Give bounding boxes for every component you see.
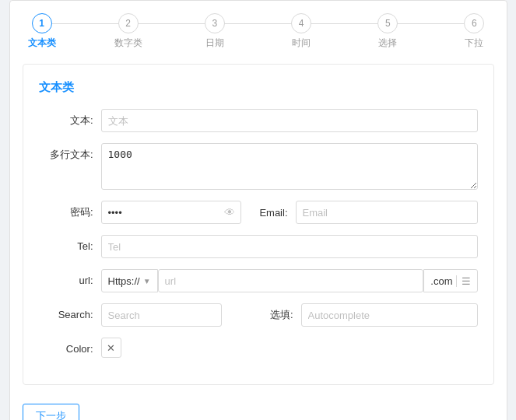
tel-input[interactable] xyxy=(101,235,478,258)
color-x-icon: ✕ xyxy=(107,342,115,354)
step-1[interactable]: 1 文本类 xyxy=(23,13,61,50)
multiline-field: 1000 xyxy=(101,143,478,190)
card-title: 文本类 xyxy=(39,80,478,95)
autocomplete-half: 选填: xyxy=(262,303,478,327)
url-input[interactable] xyxy=(158,269,424,292)
url-row: url: Https:// ▼ .com ☰ xyxy=(39,269,478,292)
color-field: ✕ xyxy=(101,338,478,358)
step-circle-1: 1 xyxy=(32,13,52,33)
step-label-2: 数字类 xyxy=(114,37,142,50)
search-autocomplete-row: Search: 选填: xyxy=(39,303,478,327)
step-4[interactable]: 4 时间 xyxy=(282,13,321,50)
color-row: Color: ✕ xyxy=(39,338,478,361)
step-circle-4: 4 xyxy=(291,13,311,33)
url-protocol-value: Https:// xyxy=(108,275,140,287)
email-input[interactable] xyxy=(296,201,478,224)
step-label-6: 下拉 xyxy=(465,37,483,50)
url-field: Https:// ▼ .com ☰ xyxy=(101,269,478,292)
search-autocomplete-group: Search: 选填: xyxy=(39,303,478,327)
search-label: Search: xyxy=(39,303,101,327)
stepper: 1 文本类 2 数字类 3 日期 4 时间 5 选择 6 下拉 xyxy=(23,13,494,50)
step-circle-3: 3 xyxy=(205,13,225,33)
multiline-input[interactable]: 1000 xyxy=(101,143,478,190)
url-suffix-text: .com xyxy=(430,275,452,287)
color-picker[interactable]: ✕ xyxy=(101,338,121,358)
step-circle-2: 2 xyxy=(118,13,139,33)
url-suffix: .com ☰ xyxy=(423,269,477,292)
password-wrapper: 👁 xyxy=(101,201,241,224)
url-label: url: xyxy=(39,269,101,292)
url-group: Https:// ▼ .com ☰ xyxy=(101,269,478,292)
main-container: 1 文本类 2 数字类 3 日期 4 时间 5 选择 6 下拉 文本类 文本: xyxy=(9,0,507,420)
text-field xyxy=(101,109,478,132)
email-group: Email: xyxy=(257,201,478,224)
password-input[interactable] xyxy=(101,201,241,224)
step-label-3: 日期 xyxy=(205,37,224,50)
step-2[interactable]: 2 数字类 xyxy=(109,13,148,50)
password-label: 密码: xyxy=(39,201,101,224)
color-label: Color: xyxy=(39,338,101,361)
password-field: 👁 Email: xyxy=(101,201,478,224)
password-email-row: 密码: 👁 Email: xyxy=(39,201,478,224)
tel-row: Tel: xyxy=(39,235,478,258)
text-input[interactable] xyxy=(101,109,478,132)
tel-label: Tel: xyxy=(39,235,101,258)
step-6[interactable]: 6 下拉 xyxy=(455,13,493,50)
autocomplete-input[interactable] xyxy=(301,303,478,327)
step-circle-6: 6 xyxy=(464,13,484,33)
autocomplete-label: 选填: xyxy=(262,303,301,327)
bottom-bar: 下一步 xyxy=(23,397,494,420)
step-label-5: 选择 xyxy=(378,37,397,50)
tel-field xyxy=(101,235,478,258)
step-5[interactable]: 5 选择 xyxy=(368,13,407,50)
multiline-label: 多行文本: xyxy=(39,143,101,166)
eye-icon[interactable]: 👁 xyxy=(224,206,235,219)
step-circle-5: 5 xyxy=(377,13,398,33)
email-label: Email: xyxy=(257,207,296,219)
chevron-down-icon: ▼ xyxy=(143,277,151,285)
form-card: 文本类 文本: 多行文本: 1000 密码: 👁 Ema xyxy=(23,64,494,385)
step-label-4: 时间 xyxy=(292,37,311,50)
step-label-1: 文本类 xyxy=(28,37,56,50)
url-suffix-button[interactable]: ☰ xyxy=(456,275,471,287)
multiline-row: 多行文本: 1000 xyxy=(39,143,478,190)
url-protocol-select[interactable]: Https:// ▼ xyxy=(101,269,158,292)
search-input[interactable] xyxy=(101,303,222,327)
text-label: 文本: xyxy=(39,109,101,132)
search-half: Search: xyxy=(39,303,254,327)
text-row: 文本: xyxy=(39,109,478,132)
step-3[interactable]: 3 日期 xyxy=(195,13,234,50)
next-button[interactable]: 下一步 xyxy=(23,404,79,420)
